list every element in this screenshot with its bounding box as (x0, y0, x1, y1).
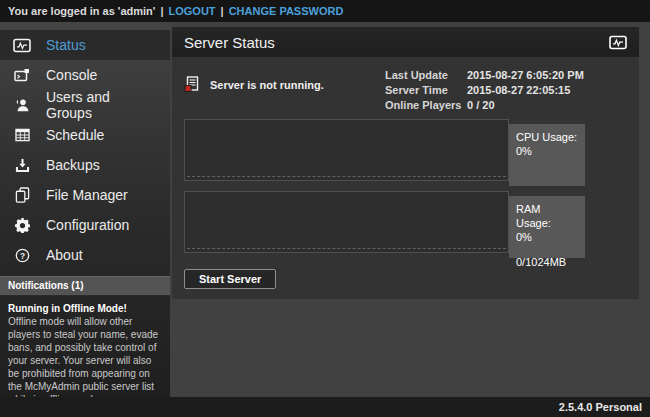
server-state: Server is not running. (184, 69, 385, 93)
server-stopped-icon (184, 76, 201, 93)
content-area: Server Status (170, 22, 650, 397)
sidebar-item-label: Status (46, 37, 86, 53)
sidebar-item-label: About (46, 247, 83, 263)
info-label: Server Time (385, 84, 467, 96)
svg-text:?: ? (19, 250, 24, 260)
status-row: Server is not running. Last Update 2015-… (184, 69, 627, 119)
cpu-usage-panel: CPU Usage: 0% (509, 124, 585, 186)
sidebar: Status Console (0, 22, 170, 397)
file-manager-icon (12, 187, 32, 204)
info-value: 2015-08-27 6:05:20 PM (467, 69, 584, 81)
change-password-link[interactable]: CHANGE PASSWORD (229, 5, 344, 17)
table-row: Online Players 0 / 20 (385, 99, 627, 111)
sidebar-item-configuration[interactable]: Configuration (0, 210, 170, 240)
cpu-usage-value: 0% (516, 145, 578, 159)
cpu-usage-label: CPU Usage: (516, 131, 578, 145)
notification-title: Running in Offline Mode! (8, 302, 162, 315)
ram-usage-label: RAM Usage: (516, 203, 578, 231)
main-layout: Status Console (0, 22, 650, 397)
server-info-table: Last Update 2015-08-27 6:05:20 PM Server… (385, 69, 627, 114)
ram-usage-graph (184, 191, 509, 253)
server-status-panel: Server Status (172, 27, 639, 299)
info-label: Last Update (385, 69, 467, 81)
ram-usage-value: 0% (516, 231, 578, 245)
backups-icon (12, 157, 32, 174)
cpu-usage-row: CPU Usage: 0% (184, 119, 585, 181)
ram-usage-panel: RAM Usage: 0% 0/1024MB (509, 196, 585, 258)
cpu-usage-graph (184, 119, 509, 181)
table-row: Server Time 2015-08-27 22:05:15 (385, 84, 627, 96)
sidebar-item-about[interactable]: ? About (0, 240, 170, 270)
server-status-message: Server is not running. (210, 79, 324, 91)
info-value: 2015-08-27 22:05:15 (467, 84, 570, 96)
sidebar-item-backups[interactable]: Backups (0, 150, 170, 180)
gear-icon (12, 217, 32, 234)
status-monitor-icon (12, 37, 32, 54)
question-icon: ? (12, 247, 32, 264)
sidebar-item-label: Schedule (46, 127, 104, 143)
notifications-header: Notifications (1) (0, 276, 170, 296)
ram-usage-row: RAM Usage: 0% 0/1024MB (184, 191, 585, 253)
sidebar-item-label: Console (46, 67, 97, 83)
sidebar-item-label: File Manager (46, 187, 128, 203)
table-row: Last Update 2015-08-27 6:05:20 PM (385, 69, 627, 81)
footer: 2.5.4.0 Personal (0, 397, 650, 417)
schedule-icon (12, 127, 32, 144)
sidebar-item-status[interactable]: Status (0, 30, 170, 60)
notification-text: Offline mode will allow other players to… (8, 315, 162, 406)
start-server-button[interactable]: Start Server (184, 269, 276, 289)
panel-body: Server is not running. Last Update 2015-… (172, 57, 639, 299)
topbar: You are logged in as 'admin' | LOGOUT | … (0, 0, 650, 22)
info-label: Online Players (385, 99, 467, 111)
page-title: Server Status (184, 34, 275, 51)
notification-item: Running in Offline Mode! Offline mode wi… (0, 296, 170, 412)
button-row: Start Server (184, 269, 627, 289)
ram-usage-detail: 0/1024MB (516, 256, 578, 270)
separator: | (155, 5, 168, 17)
sidebar-item-label: Users and Groups (46, 89, 158, 121)
version-text: 2.5.4.0 Personal (559, 401, 642, 413)
info-value: 0 / 20 (467, 99, 495, 111)
sidebar-item-file-manager[interactable]: File Manager (0, 180, 170, 210)
sidebar-item-schedule[interactable]: Schedule (0, 120, 170, 150)
sidebar-item-users-and-groups[interactable]: Users and Groups (0, 90, 170, 120)
sidebar-item-label: Backups (46, 157, 100, 173)
sidebar-item-console[interactable]: Console (0, 60, 170, 90)
logged-in-text: You are logged in as 'admin' (8, 5, 155, 17)
users-icon (12, 97, 32, 114)
console-icon (12, 67, 32, 84)
logout-link[interactable]: LOGOUT (169, 5, 216, 17)
separator: | (216, 5, 229, 17)
sidebar-item-label: Configuration (46, 217, 129, 233)
sidebar-nav: Status Console (0, 22, 170, 270)
status-monitor-icon[interactable] (609, 35, 627, 50)
panel-header: Server Status (172, 27, 639, 57)
